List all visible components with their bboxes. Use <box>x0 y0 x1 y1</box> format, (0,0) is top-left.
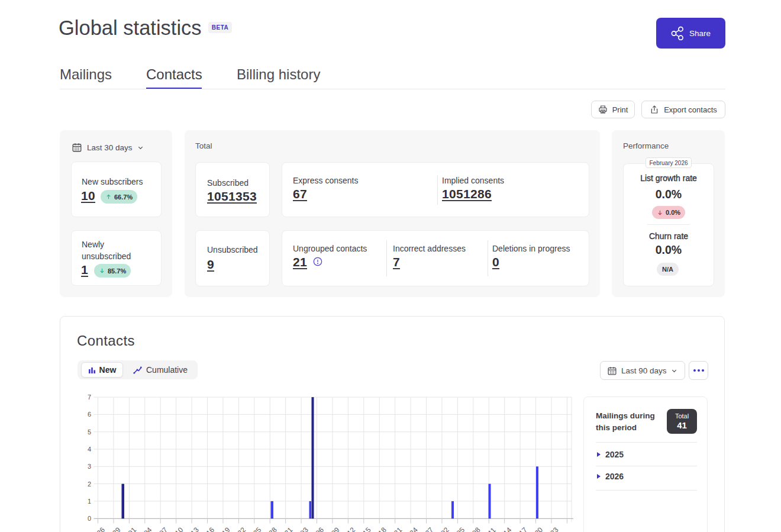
svg-text:29: 29 <box>111 525 122 532</box>
svg-text:10: 10 <box>173 525 185 532</box>
svg-text:05: 05 <box>455 525 467 532</box>
svg-text:0: 0 <box>88 515 91 522</box>
svg-text:4: 4 <box>88 446 91 453</box>
svg-text:14: 14 <box>502 525 514 532</box>
svg-text:04: 04 <box>142 525 154 532</box>
svg-text:27: 27 <box>424 525 435 532</box>
svg-text:24: 24 <box>408 525 419 532</box>
svg-text:19: 19 <box>220 525 232 532</box>
svg-text:2: 2 <box>88 481 91 488</box>
svg-text:06: 06 <box>314 525 326 532</box>
svg-text:21: 21 <box>392 525 404 532</box>
svg-text:13: 13 <box>189 525 201 532</box>
svg-text:17: 17 <box>517 525 529 532</box>
svg-text:22: 22 <box>236 525 248 532</box>
svg-text:08: 08 <box>470 525 482 532</box>
svg-text:26: 26 <box>95 525 107 532</box>
svg-text:31: 31 <box>283 525 295 532</box>
svg-text:7: 7 <box>88 394 91 401</box>
svg-text:02: 02 <box>439 525 451 532</box>
svg-text:3: 3 <box>88 463 91 470</box>
svg-text:12: 12 <box>346 525 357 532</box>
svg-text:03: 03 <box>298 525 310 532</box>
svg-text:01: 01 <box>127 525 138 532</box>
svg-text:6: 6 <box>88 411 91 418</box>
svg-text:28: 28 <box>267 525 279 532</box>
svg-text:5: 5 <box>88 428 91 436</box>
svg-text:18: 18 <box>377 525 389 532</box>
svg-text:16: 16 <box>205 525 217 532</box>
svg-text:07: 07 <box>158 525 170 532</box>
svg-text:1: 1 <box>88 498 91 505</box>
svg-text:20: 20 <box>533 525 545 532</box>
svg-text:15: 15 <box>361 525 373 532</box>
svg-text:23: 23 <box>548 525 560 532</box>
svg-text:11: 11 <box>486 525 498 532</box>
svg-text:09: 09 <box>330 525 341 532</box>
svg-text:25: 25 <box>251 525 263 532</box>
